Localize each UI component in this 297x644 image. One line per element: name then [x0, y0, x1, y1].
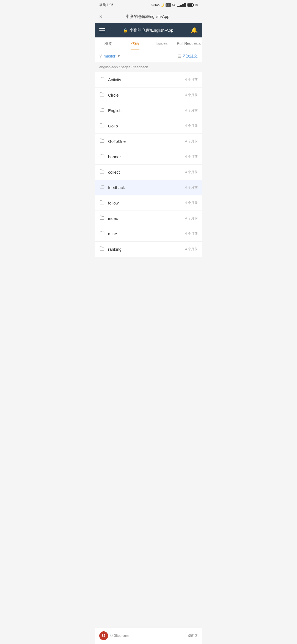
nav-bar: 🔒 小张的仓库/English-App 🔔 — [95, 23, 202, 37]
folder-icon — [99, 231, 105, 237]
menu-button[interactable] — [99, 28, 105, 32]
file-item-left: collect — [99, 169, 120, 175]
commit-info[interactable]: ☰ 2 次提交 — [173, 50, 202, 62]
file-name: Circle — [108, 93, 119, 97]
branch-icon: ⑂ — [99, 54, 102, 59]
file-name: GoTo — [108, 124, 118, 128]
tab-overview[interactable]: 概览 — [95, 37, 122, 50]
folder-icon — [99, 154, 105, 160]
battery-level: 18 — [194, 3, 198, 7]
file-time: 4 个月前 — [185, 201, 198, 205]
file-time: 4 个月前 — [185, 185, 198, 190]
file-time: 4 个月前 — [185, 124, 198, 128]
list-item[interactable]: follow 4 个月前 — [95, 195, 202, 211]
folder-icon — [99, 184, 105, 191]
list-item[interactable]: banner 4 个月前 — [95, 149, 202, 165]
folder-icon — [99, 92, 105, 98]
file-time: 4 个月前 — [185, 170, 198, 174]
commit-text: 2 次提交 — [183, 54, 198, 59]
list-item[interactable]: GoTo 4 个月前 — [95, 118, 202, 134]
file-time: 4 个月前 — [185, 77, 198, 82]
file-name: index — [108, 216, 118, 221]
file-item-left: Circle — [99, 92, 119, 98]
folder-icon — [99, 107, 105, 114]
file-name: GoToOne — [108, 139, 126, 144]
breadcrumb: english-app / pages / feedback — [95, 62, 202, 72]
signal-bars: ▂▄▆█ — [177, 3, 186, 7]
file-item-left: GoTo — [99, 123, 118, 129]
file-item-left: ranking — [99, 246, 122, 252]
folder-icon — [99, 169, 105, 175]
file-time: 4 个月前 — [185, 139, 198, 144]
file-item-left: banner — [99, 154, 121, 160]
file-name: Activity — [108, 77, 121, 82]
file-name: mine — [108, 231, 117, 236]
file-time: 4 个月前 — [185, 231, 198, 236]
file-name: English — [108, 108, 122, 113]
file-item-left: English — [99, 107, 122, 114]
file-time: 4 个月前 — [185, 216, 198, 221]
folder-icon — [99, 77, 105, 83]
status-time: 凌晨 1:05 — [99, 3, 113, 7]
commit-icon: ☰ — [178, 54, 181, 58]
list-item[interactable]: feedback 4 个月前 — [95, 180, 202, 195]
list-item[interactable]: ranking 4 个月前 — [95, 242, 202, 257]
tabs-bar: 概览 代码 Issues Pull Requests — [95, 37, 202, 50]
close-button[interactable]: × — [99, 14, 103, 19]
tab-code[interactable]: 代码 — [122, 37, 149, 50]
list-item[interactable]: Circle 4 个月前 — [95, 88, 202, 103]
file-time: 4 个月前 — [185, 154, 198, 159]
title-bar: × 小张的仓库/English-App ··· — [95, 10, 202, 23]
list-item[interactable]: GoToOne 4 个月前 — [95, 134, 202, 149]
folder-icon — [99, 246, 105, 252]
moon-icon: 🌙 — [161, 3, 164, 7]
bell-button[interactable]: 🔔 — [191, 27, 198, 34]
file-name: ranking — [108, 247, 122, 252]
file-name: collect — [108, 170, 120, 174]
status-right: 5.8K/s 🌙 HD 5G ▂▄▆█ 18 — [151, 3, 198, 7]
more-button[interactable]: ··· — [192, 13, 198, 20]
file-time: 4 个月前 — [185, 93, 198, 97]
file-item-left: mine — [99, 231, 117, 237]
file-name: follow — [108, 201, 119, 205]
file-time: 4 个月前 — [185, 108, 198, 113]
file-item-left: feedback — [99, 184, 125, 191]
branch-bar: ⑂ master ▼ ☰ 2 次提交 — [95, 50, 202, 62]
file-item-left: index — [99, 215, 118, 222]
folder-icon — [99, 123, 105, 129]
branch-selector[interactable]: ⑂ master ▼ — [95, 50, 173, 62]
chevron-down-icon: ▼ — [117, 54, 120, 58]
list-item[interactable]: mine 4 个月前 — [95, 226, 202, 242]
title-bar-title: 小张的仓库/English-App — [125, 14, 169, 19]
branch-name: master — [104, 54, 116, 58]
battery-icon — [187, 3, 193, 7]
file-item-left: Activity — [99, 77, 121, 83]
status-bar: 凌晨 1:05 5.8K/s 🌙 HD 5G ▂▄▆█ 18 — [95, 0, 202, 10]
nav-title-text: 小张的仓库/English-App — [129, 28, 173, 33]
list-item[interactable]: Activity 4 个月前 — [95, 72, 202, 88]
tab-pull-requests[interactable]: Pull Requests — [175, 37, 202, 50]
list-item[interactable]: English 4 个月前 — [95, 103, 202, 118]
list-item[interactable]: collect 4 个月前 — [95, 165, 202, 180]
folder-icon — [99, 138, 105, 144]
folder-icon — [99, 215, 105, 222]
lock-icon: 🔒 — [123, 28, 128, 32]
nav-title: 🔒 小张的仓库/English-App — [123, 28, 173, 33]
file-name: feedback — [108, 185, 125, 190]
file-time: 4 个月前 — [185, 247, 198, 252]
signal-strength: 5G — [172, 3, 176, 7]
network-speed: 5.8K/s — [151, 3, 160, 7]
breadcrumb-path: english-app / pages / feedback — [99, 65, 148, 69]
tab-issues[interactable]: Issues — [148, 37, 175, 50]
hd-badge: HD — [166, 3, 171, 7]
file-name: banner — [108, 154, 121, 159]
file-item-left: GoToOne — [99, 138, 126, 144]
file-item-left: follow — [99, 200, 119, 206]
file-list: Activity 4 个月前 Circle 4 个月前 English 4 个月… — [95, 72, 202, 257]
list-item[interactable]: index 4 个月前 — [95, 211, 202, 226]
folder-icon — [99, 200, 105, 206]
